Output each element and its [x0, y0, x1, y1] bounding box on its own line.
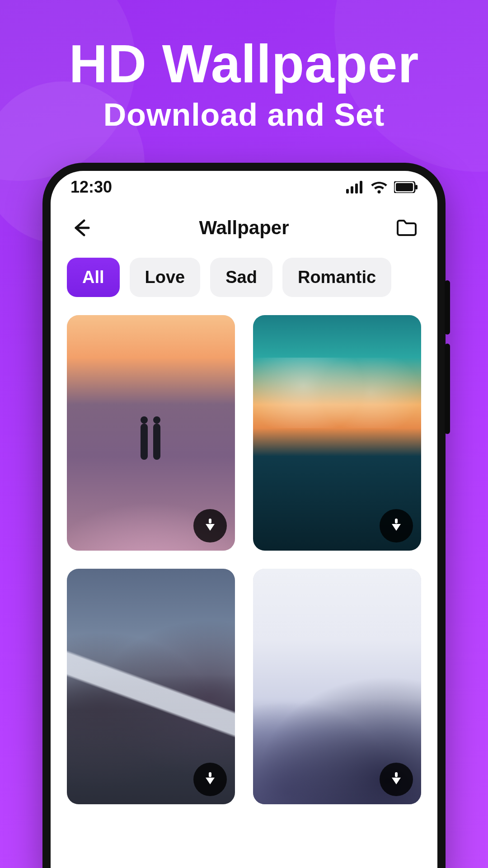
svg-rect-1 [351, 186, 353, 193]
promo-title: HD Wallpaper [0, 36, 488, 92]
download-button[interactable] [193, 509, 227, 542]
download-icon [389, 518, 404, 533]
wallpaper-card[interactable] [253, 569, 421, 804]
svg-rect-0 [346, 189, 349, 193]
svg-rect-5 [396, 183, 413, 191]
download-button[interactable] [193, 763, 227, 796]
chip-label: Romantic [298, 268, 376, 287]
chip-label: Sad [225, 268, 257, 287]
promo-backdrop: HD Wallpaper Download and Set 12:30 [0, 0, 488, 868]
wallpaper-card[interactable] [67, 315, 235, 551]
phone-side-button [445, 344, 450, 434]
chip-all[interactable]: All [67, 258, 120, 297]
arrow-left-icon [71, 218, 91, 238]
battery-icon [394, 181, 418, 193]
promo-subtitle: Download and Set [0, 96, 488, 134]
chip-label: All [82, 268, 104, 287]
chip-romantic[interactable]: Romantic [282, 258, 391, 297]
wallpaper-card[interactable] [253, 315, 421, 551]
wallpaper-card[interactable] [67, 569, 235, 804]
folder-button[interactable] [392, 213, 421, 242]
download-icon [389, 772, 404, 787]
back-button[interactable] [67, 213, 96, 242]
page-title: Wallpaper [199, 217, 289, 239]
phone-side-button [445, 280, 450, 335]
download-button[interactable] [380, 763, 413, 796]
svg-rect-6 [415, 185, 418, 189]
folder-icon [396, 219, 418, 237]
download-icon [202, 518, 218, 533]
wifi-icon [371, 181, 388, 193]
status-bar: 12:30 [51, 171, 437, 203]
chip-love[interactable]: Love [130, 258, 201, 297]
download-icon [202, 772, 218, 787]
svg-rect-2 [355, 184, 358, 193]
promo-heading: HD Wallpaper Download and Set [0, 0, 488, 134]
svg-rect-3 [360, 181, 362, 193]
phone-frame: 12:30 Wallpaper [42, 163, 446, 868]
category-chips: All Love Sad Romantic [51, 247, 437, 302]
status-icons [346, 181, 418, 193]
download-button[interactable] [380, 509, 413, 542]
wallpaper-grid[interactable] [51, 302, 437, 804]
chip-label: Love [145, 268, 185, 287]
cellular-icon [346, 181, 364, 193]
phone-screen: 12:30 Wallpaper [51, 171, 437, 868]
chip-sad[interactable]: Sad [210, 258, 272, 297]
status-time: 12:30 [70, 178, 112, 197]
app-header: Wallpaper [51, 203, 437, 247]
